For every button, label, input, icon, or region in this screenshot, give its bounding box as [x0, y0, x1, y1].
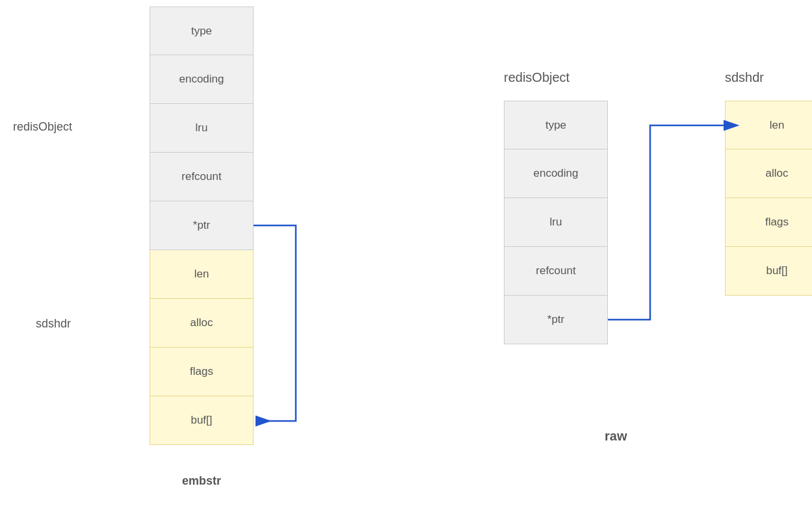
right-cell-refcount: refcount — [504, 247, 608, 296]
diagram-container: redisObject sdshdr type encoding lru ref… — [0, 0, 812, 510]
right-ptr-arrow — [608, 125, 725, 320]
left-cell-encoding: encoding — [150, 55, 254, 104]
left-sds-label: sdshdr — [36, 317, 71, 331]
right-cell-type: type — [504, 101, 608, 149]
left-cell-lru: lru — [150, 104, 254, 153]
left-cell-len: len — [150, 250, 254, 299]
right-redis-label: redisObject — [504, 70, 570, 85]
left-cell-stack: type encoding lru refcount *ptr len allo… — [150, 6, 254, 445]
left-title: embstr — [150, 474, 254, 488]
left-cell-flags: flags — [150, 348, 254, 396]
right-sds-flags: flags — [725, 198, 812, 247]
right-cell-lru: lru — [504, 198, 608, 247]
left-cell-refcount: refcount — [150, 153, 254, 201]
right-sds-alloc: alloc — [725, 149, 812, 198]
right-cell-encoding: encoding — [504, 149, 608, 198]
left-cell-buf: buf[] — [150, 396, 254, 445]
right-sds-header-label: sdshdr — [725, 70, 764, 85]
right-redis-stack: type encoding lru refcount *ptr — [504, 101, 608, 344]
left-redis-label: redisObject — [13, 120, 72, 134]
left-cell-type: type — [150, 6, 254, 55]
right-cell-ptr: *ptr — [504, 296, 608, 344]
right-sds-buf: buf[] — [725, 247, 812, 296]
right-title: raw — [605, 429, 627, 444]
left-cell-ptr: *ptr — [150, 201, 254, 250]
right-sds-len: len — [725, 101, 812, 149]
left-cell-alloc: alloc — [150, 299, 254, 348]
arrows-svg — [0, 0, 812, 510]
right-sds-stack: len alloc flags buf[] — [725, 101, 812, 296]
left-ptr-arrow — [254, 225, 296, 421]
